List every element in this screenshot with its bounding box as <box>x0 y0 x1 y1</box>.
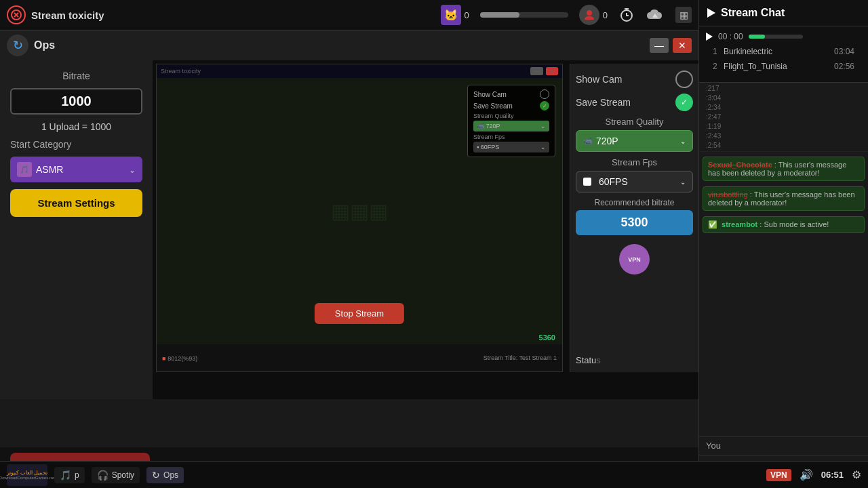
taskbar-app-1[interactable]: 🎵 p <box>54 467 85 483</box>
save-stream-radio[interactable]: ✓ <box>540 101 549 110</box>
fps-value: 60FPS <box>599 176 628 187</box>
category-name: ASMR <box>36 164 63 175</box>
track1-num: 1 <box>713 47 717 56</box>
extra-icon[interactable]: ▦ <box>675 7 692 23</box>
quality-inner-label: Stream Quality <box>473 113 549 119</box>
save-stream-label: Save Stream <box>576 97 631 108</box>
category-icon: 🎵 <box>17 162 32 177</box>
show-cam-radio[interactable] <box>540 89 549 99</box>
quality-select[interactable]: 📹 720P ⌄ <box>576 130 693 152</box>
chat-time-1: :217 <box>703 84 864 93</box>
music-progress-fill <box>749 35 765 39</box>
track2-time: 02:56 <box>834 62 854 71</box>
upload-ratio: 1 Upload = 1000 <box>10 121 142 132</box>
logo-text: تحميل العاب كبيوتر <box>0 470 55 476</box>
top-bar: Stream toxicity 🐱 0 <box>0 0 698 30</box>
ops-icon: ↻ <box>7 35 28 56</box>
chat-time-3: :2:34 <box>703 103 864 112</box>
minimize-button[interactable]: — <box>650 38 669 53</box>
music-play-button[interactable] <box>706 33 713 41</box>
person-icon <box>579 5 599 25</box>
track2-name: Flight_To_Tunisia <box>724 62 787 71</box>
logo-sub: DownloadComputerGames.net <box>0 476 55 480</box>
show-cam-inner: Show Cam <box>473 91 507 98</box>
stop-stream-mini-button[interactable]: Stop Stream <box>315 303 404 324</box>
clock: 06:51 <box>821 470 844 480</box>
quality-label: Stream Quality <box>576 117 693 127</box>
start-category-label: Start Category <box>10 139 142 150</box>
stream-title: Stream toxicity <box>31 9 104 21</box>
save-stream-inner: Save Stream <box>473 102 513 110</box>
vpn-badge: VPN <box>766 469 791 481</box>
category-badge[interactable]: 🎵 ASMR <box>10 157 142 182</box>
app2-label: Spotiy <box>112 470 134 480</box>
fps-chevron: ⌄ <box>680 178 686 186</box>
inner-min[interactable]: — <box>530 67 543 75</box>
status-badge: VPN <box>619 244 650 274</box>
bitrate-display: 5360 <box>539 333 555 342</box>
chat-time-6: :2:43 <box>703 131 864 140</box>
quality-inner-value[interactable]: 📹 720P⌄ <box>473 121 549 131</box>
inner-close[interactable]: ✕ <box>546 67 558 75</box>
quality-value: 720P <box>596 136 618 146</box>
deleted-msg-1: Sexual_Chocolate : This user's message h… <box>703 157 865 181</box>
taskbar-logo[interactable]: تحميل العاب كبيوتر DownloadComputerGames… <box>7 464 47 486</box>
settings-icon[interactable]: ⚙ <box>852 468 861 481</box>
chat-title: Stream Chat <box>721 7 785 19</box>
ops-label: Ops <box>34 39 55 52</box>
timer-stat <box>618 7 635 23</box>
save-stream-toggle[interactable]: ✓ <box>675 94 693 111</box>
dropped-display: ■ 8012(%93) <box>162 354 197 362</box>
chat-messages: Sexual_Chocolate : This user's message h… <box>699 152 868 436</box>
toxicity-icon <box>7 5 26 24</box>
stream-settings-button[interactable]: Stream Settings <box>10 189 142 217</box>
show-cam-toggle[interactable] <box>675 70 693 88</box>
taskbar-app-3[interactable]: ↻ Ops <box>146 467 184 483</box>
inner-title: Stream toxicity <box>161 68 201 75</box>
status-label: Status <box>576 355 693 365</box>
you-section: You <box>699 436 868 455</box>
taskbar: تحميل العاب كبيوتر DownloadComputerGames… <box>0 461 868 488</box>
taskbar-app-2[interactable]: 🎧 Spotiy <box>92 467 140 483</box>
save-stream-row: Save Stream ✓ <box>576 94 693 111</box>
rec-bitrate-label: Recommended bitrate <box>576 198 693 207</box>
ops-header: ↻ Ops — ✕ <box>0 30 698 60</box>
bitrate-input[interactable]: 1000 <box>10 88 142 115</box>
music-progress-bar[interactable] <box>749 35 803 39</box>
chat-time-5: :1:19 <box>703 122 864 131</box>
fps-select[interactable]: 60FPS ⌄ <box>576 171 693 192</box>
deleted-msg-2: virusbottling : This user's message has … <box>703 186 865 211</box>
close-button[interactable]: ✕ <box>673 38 692 53</box>
chat-time-7: :2:54 <box>703 141 864 150</box>
svg-point-1 <box>587 10 592 16</box>
fps-label: Stream Fps <box>576 157 693 167</box>
rec-bitrate-value: 5300 <box>576 210 693 235</box>
chat-header: Stream Chat <box>699 0 868 26</box>
bot-body: Sub mode is active! <box>764 220 829 228</box>
viewers-stat: 0 <box>579 5 608 25</box>
chat-panel: Stream Chat 00 : 00 1 Burkinelectric <box>698 0 868 488</box>
fps-inner-value[interactable]: ▪ 60FPS⌄ <box>473 142 549 152</box>
cat-stat: 🐱 0 <box>441 5 469 25</box>
track1-time: 03:04 <box>834 47 854 56</box>
left-controls: Bitrate 1000 1 Upload = 1000 Start Categ… <box>0 60 153 399</box>
volume-icon[interactable]: 🔊 <box>800 468 813 481</box>
deleted-user-1: Sexual_Chocolate <box>708 161 772 169</box>
deleted-user-2: virusbottling <box>708 190 748 199</box>
music-player: 00 : 00 1 Burkinelectric 03:04 <box>699 26 868 83</box>
bot-msg: ✅ streambot : Sub mode is active! <box>703 216 865 233</box>
music-time: 00 : 00 <box>718 32 743 41</box>
chat-time-4: :2:47 <box>703 113 864 121</box>
cat-count: 0 <box>465 10 469 20</box>
app3-label: Ops <box>163 470 178 480</box>
fps-dot <box>583 178 591 186</box>
fps-inner-label: Stream Fps <box>473 134 549 140</box>
cloud-icon <box>646 8 665 22</box>
bitrate-label: Bitrate <box>10 70 142 81</box>
track-item-1[interactable]: 1 Burkinelectric 03:04 <box>706 44 861 59</box>
track-item-2[interactable]: 2 Flight_To_Tunisia 02:56 <box>706 59 861 74</box>
stream-title-display: Stream Title: Test Stream 1 <box>484 354 557 361</box>
chat-time-2: :3:04 <box>703 94 864 102</box>
play-icon <box>707 8 715 18</box>
show-cam-label: Show Cam <box>576 74 622 85</box>
